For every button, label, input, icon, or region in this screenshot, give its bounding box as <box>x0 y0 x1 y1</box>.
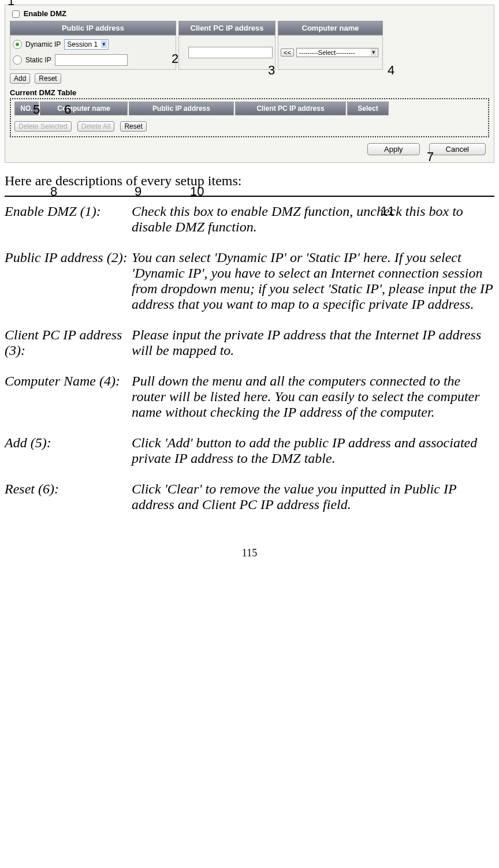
item-text: Click 'Add' button to add the public IP … <box>132 435 494 466</box>
public-ip-cell: Dynamic IP Session 1 Static IP <box>10 35 176 70</box>
item-text: Please input the private IP address that… <box>132 327 494 358</box>
item-text: You can select 'Dynamic IP' or 'Static I… <box>132 250 494 312</box>
header-computer-name: Computer name <box>278 21 383 35</box>
annotation-9: 9 <box>135 184 141 199</box>
item-label: Public IP address (2): <box>5 250 132 312</box>
dmz-table-title: Current DMZ Table <box>10 88 489 97</box>
client-ip-cell <box>178 35 275 70</box>
cancel-button[interactable]: Cancel <box>429 143 486 155</box>
dmz-header-client: Client PC IP address <box>235 102 346 115</box>
item-reset: Reset (6): Click 'Clear' to remove the v… <box>5 481 494 512</box>
annotation-10: 10 <box>190 184 204 199</box>
item-client-ip: Client PC IP address (3): Please input t… <box>5 327 494 358</box>
item-add: Add (5): Click 'Add' button to add the p… <box>5 435 494 466</box>
separator-line <box>5 196 494 197</box>
item-text: Click 'Clear' to remove the value you in… <box>132 481 494 512</box>
reset-button[interactable]: Reset <box>35 73 61 84</box>
dmz-header-computer: Computer name <box>40 102 128 115</box>
delete-all-button[interactable]: Delete All <box>77 121 115 132</box>
item-label: Client PC IP address (3): <box>5 327 132 358</box>
enable-dmz-label: Enable DMZ <box>24 9 66 18</box>
annotation-3: 3 <box>268 63 275 78</box>
annotation-4: 4 <box>388 63 394 78</box>
delete-selected-button[interactable]: Delete Selected <box>14 121 72 132</box>
header-client-ip: Client PC IP address <box>178 21 275 35</box>
page-number: 115 <box>0 547 499 559</box>
item-enable-dmz: Enable DMZ (1): Check this box to enable… <box>5 204 494 235</box>
dmz-header-public: Public IP address <box>129 102 234 115</box>
item-text: Check this box to enable DMZ function, u… <box>132 204 494 235</box>
annotation-7: 7 <box>427 149 434 164</box>
add-button[interactable]: Add <box>10 73 30 84</box>
item-label: Computer Name (4): <box>5 373 132 420</box>
client-ip-input[interactable] <box>188 47 273 58</box>
dmz-config-panel: 1 2 3 4 5 6 7 8 9 10 11 Enable DMZ Publi… <box>5 5 494 163</box>
annotation-6: 6 <box>64 102 71 117</box>
apply-button[interactable]: Apply <box>367 143 420 155</box>
annotation-2: 2 <box>172 51 178 66</box>
dynamic-ip-label: Dynamic IP <box>25 40 61 48</box>
header-public-ip: Public IP address <box>10 21 176 35</box>
session-select[interactable]: Session 1 <box>64 39 109 50</box>
annotation-1: 1 <box>8 0 14 9</box>
annotation-5: 5 <box>33 102 40 117</box>
item-public-ip: Public IP address (2): You can select 'D… <box>5 250 494 312</box>
annotation-11: 11 <box>381 204 394 219</box>
static-ip-label: Static IP <box>25 56 51 64</box>
computer-select[interactable]: ---------Select--------- <box>296 48 378 57</box>
dmz-header-select: Select <box>347 102 389 115</box>
enable-dmz-checkbox[interactable] <box>12 10 20 18</box>
static-ip-input[interactable] <box>55 54 128 66</box>
annotation-8: 8 <box>50 184 57 199</box>
item-label: Enable DMZ (1): <box>5 204 132 235</box>
static-ip-radio[interactable] <box>13 55 22 65</box>
dynamic-ip-radio[interactable] <box>13 40 22 49</box>
dmz-table: NO. Computer name Public IP address Clie… <box>10 98 489 137</box>
item-label: Add (5): <box>5 435 132 466</box>
reset-table-button[interactable]: Reset <box>120 121 146 132</box>
assign-arrow-button[interactable]: << <box>281 48 294 57</box>
item-label: Reset (6): <box>5 481 132 512</box>
item-computer-name: Computer Name (4): Pull down the menu an… <box>5 373 494 420</box>
intro-text: Here are descriptions of every setup ite… <box>5 173 494 189</box>
descriptions-list: Enable DMZ (1): Check this box to enable… <box>5 204 494 512</box>
computer-name-cell: << ---------Select--------- <box>278 35 383 70</box>
item-text: Pull down the menu and all the computers… <box>132 373 494 420</box>
